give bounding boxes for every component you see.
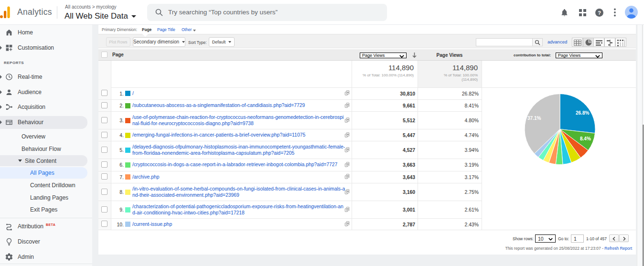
svg-text:26.8%: 26.8% bbox=[576, 110, 589, 116]
svg-text:?: ? bbox=[598, 10, 601, 16]
svg-text:37.1%: 37.1% bbox=[527, 116, 541, 121]
svg-text:8.4%: 8.4% bbox=[580, 136, 591, 141]
